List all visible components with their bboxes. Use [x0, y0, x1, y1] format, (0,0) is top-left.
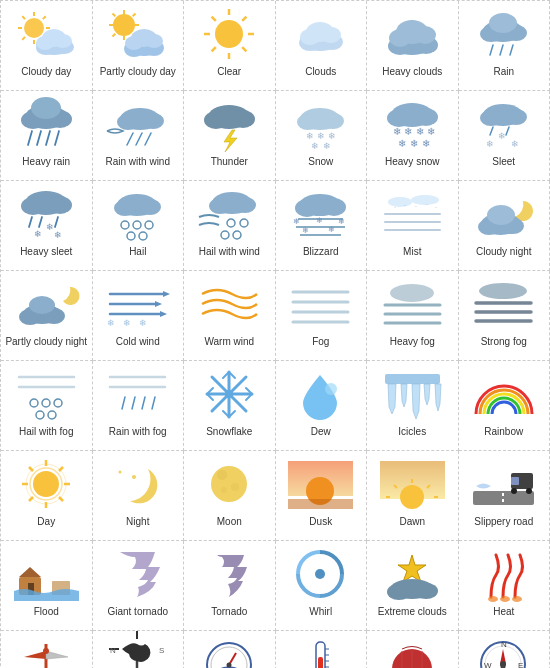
svg-marker-159: [155, 301, 162, 307]
svg-point-43: [300, 29, 320, 45]
weather-label-hail-with-fog: Hail with fog: [19, 425, 73, 438]
weather-icon-thunder: [194, 97, 264, 152]
weather-label-whirl: Whirl: [309, 605, 332, 618]
weather-cell-cloudy-day: Cloudy day: [1, 1, 93, 91]
svg-line-38: [211, 47, 215, 51]
weather-cell-mist: ··· ·· Mist: [367, 181, 459, 271]
svg-text:❄: ❄: [34, 229, 42, 239]
svg-point-67: [117, 114, 139, 130]
svg-text:❄: ❄: [427, 126, 435, 137]
weather-label-clouds: Clouds: [305, 65, 336, 78]
svg-point-181: [36, 411, 44, 419]
svg-line-218: [59, 467, 63, 471]
svg-point-128: [322, 198, 346, 216]
weather-icon-clouds: [286, 7, 356, 62]
weather-cell-sleet: ❄❄❄ Sleet: [459, 91, 551, 181]
weather-icon-hail-with-wind: [194, 187, 264, 242]
svg-line-56: [500, 45, 503, 55]
svg-point-253: [488, 596, 498, 602]
svg-line-64: [46, 131, 50, 145]
svg-point-222: [119, 471, 122, 474]
weather-icon-rainbow: [469, 367, 539, 422]
weather-label-moon: Moon: [217, 515, 242, 528]
weather-cell-icicles: Icicles: [367, 361, 459, 451]
svg-marker-244: [19, 567, 41, 577]
weather-label-mist: Mist: [403, 245, 421, 258]
weather-cell-flood: Flood: [1, 541, 93, 631]
weather-icon-wind-vane: [11, 637, 81, 668]
weather-label-partly-cloudy-day: Partly cloudy day: [100, 65, 176, 78]
svg-point-220: [132, 475, 136, 479]
svg-line-217: [59, 497, 63, 501]
svg-marker-258: [46, 651, 68, 659]
svg-point-125: [233, 231, 241, 239]
weather-cell-fog: Fog: [276, 271, 368, 361]
weather-label-flood: Flood: [34, 605, 59, 618]
svg-point-122: [227, 219, 235, 227]
svg-line-62: [28, 131, 32, 145]
weather-cell-clear: Clear: [184, 1, 276, 91]
weather-label-dawn: Dawn: [399, 515, 425, 528]
weather-label-tornado: Tornado: [211, 605, 247, 618]
weather-cell-rain-with-fog: Rain with fog: [93, 361, 185, 451]
weather-icon-weathercock: N S: [103, 637, 173, 668]
weather-cell-thermometer: Thermometer: [276, 631, 368, 668]
weather-cell-umbrella: Umbrella: [367, 631, 459, 668]
weather-label-blizzard: Blizzard: [303, 245, 339, 258]
weather-cell-slippery-road: Slippery road: [459, 451, 551, 541]
weather-icon-day: [11, 457, 81, 512]
weather-icon-night: [103, 457, 173, 512]
weather-cell-heavy-clouds: Heavy clouds: [367, 1, 459, 91]
svg-point-28: [125, 36, 143, 50]
svg-point-95: [480, 110, 502, 126]
svg-point-223: [211, 466, 247, 502]
svg-line-35: [211, 17, 215, 21]
svg-rect-240: [511, 477, 519, 485]
weather-icon-extreme-clouds: [377, 547, 447, 602]
svg-point-49: [389, 29, 411, 47]
svg-point-73: [204, 111, 228, 129]
weather-icon-moon: [194, 457, 264, 512]
weather-label-slippery-road: Slippery road: [474, 515, 533, 528]
svg-point-78: [322, 113, 344, 129]
svg-marker-75: [224, 130, 237, 152]
weather-icon-flood: [11, 547, 81, 602]
svg-line-63: [37, 131, 41, 145]
weather-icon-mist: ··· ··: [377, 187, 447, 242]
svg-point-113: [139, 199, 161, 215]
svg-point-0: [24, 18, 44, 38]
svg-point-290: [500, 661, 506, 667]
weather-label-clear: Clear: [217, 65, 241, 78]
svg-text:❄: ❄: [139, 318, 147, 328]
weather-icon-dew: [286, 367, 356, 422]
weather-cell-wind-vane: Wind vane: [1, 631, 93, 668]
weather-icon-rain: [469, 7, 539, 62]
svg-point-221: [153, 486, 156, 489]
svg-point-116: [145, 221, 153, 229]
weather-icon-umbrella: [377, 637, 447, 668]
svg-point-103: [21, 197, 45, 215]
weather-icon-cloudy-day: [11, 7, 81, 62]
weather-label-thunder: Thunder: [211, 155, 248, 168]
weather-icon-heavy-fog: [377, 277, 447, 332]
svg-text:❄: ❄: [323, 141, 331, 151]
svg-line-186: [132, 397, 135, 409]
weather-label-heavy-sleet: Heavy sleet: [20, 245, 72, 258]
svg-text:S: S: [159, 646, 164, 655]
svg-marker-160: [160, 311, 167, 317]
svg-text:❄: ❄: [54, 230, 62, 240]
weather-label-heavy-rain: Heavy rain: [22, 155, 70, 168]
svg-marker-204: [388, 384, 396, 414]
svg-point-68: [142, 113, 164, 129]
weather-label-sleet: Sleet: [492, 155, 515, 168]
weather-cell-partly-cloudy-day: Partly cloudy day: [93, 1, 185, 91]
weather-icon-cloudy-night: [469, 187, 539, 242]
weather-icon-fog: [286, 277, 356, 332]
svg-line-37: [242, 17, 246, 21]
weather-label-dew: Dew: [311, 425, 331, 438]
weather-cell-warm-wind: Warm wind: [184, 271, 276, 361]
svg-text:❄: ❄: [302, 226, 309, 235]
svg-point-168: [390, 284, 434, 302]
svg-point-112: [114, 200, 136, 216]
weather-cell-extreme-clouds: Extreme clouds: [367, 541, 459, 631]
